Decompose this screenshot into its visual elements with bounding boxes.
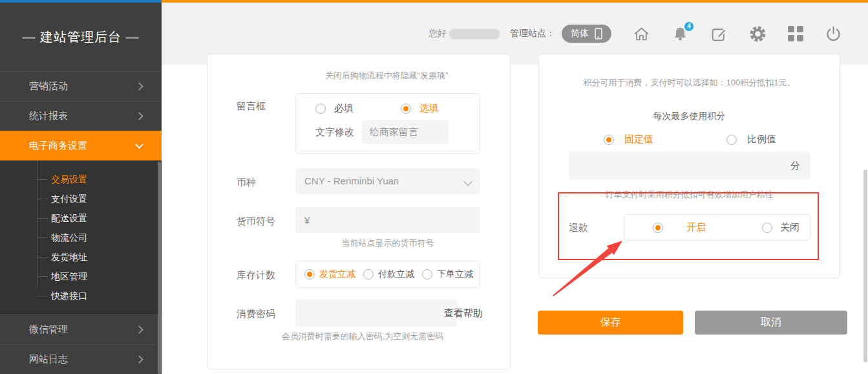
radio-ship-deduct[interactable] xyxy=(304,269,315,280)
ecommerce-submenu: 交易设置 支付设置 配送设置 物流公司 发货地址 地区管理 快递接口 xyxy=(0,160,162,314)
max-points-label: 每次最多使用积分 xyxy=(539,111,840,122)
radio-pay-deduct-label[interactable]: 付款立减 xyxy=(378,269,414,280)
chevron-right-icon xyxy=(135,82,143,91)
refund-group: 开启 关闭 xyxy=(624,214,810,241)
submenu-item-delivery-settings[interactable]: 配送设置 xyxy=(0,208,162,228)
notification-badge: 4 xyxy=(684,21,694,32)
max-points-input[interactable] xyxy=(569,152,810,179)
save-button[interactable]: 保存 xyxy=(538,311,683,335)
points-input-wrap: 分 xyxy=(569,152,810,179)
compose-icon xyxy=(710,25,728,43)
logout-button[interactable] xyxy=(825,25,842,43)
text-edit-label: 文字修改 xyxy=(315,126,354,138)
radio-pay-deduct[interactable] xyxy=(363,269,374,280)
chevron-down-icon xyxy=(463,177,472,186)
trade-settings-panel: 关闭后购物流程中将隐藏“发票项” 留言框 必填 选填 文字修改 币种 CNY -… xyxy=(207,54,511,369)
redacted-username xyxy=(449,29,500,39)
currency-symbol-hint: 当前站点显示的货币符号 xyxy=(295,238,480,248)
home-icon xyxy=(633,25,650,43)
compose-button[interactable] xyxy=(710,25,728,43)
radio-refund-on-label[interactable]: 开启 xyxy=(686,221,706,234)
radio-refund-on[interactable] xyxy=(653,223,663,233)
sidebar-item-wechat[interactable]: 微信管理 xyxy=(0,314,162,344)
submenu-item-shipping-address[interactable]: 发货地址 xyxy=(0,247,162,267)
radio-required-label[interactable]: 必填 xyxy=(334,102,354,115)
greeting-text: 您好 xyxy=(429,28,447,39)
chevron-down-icon xyxy=(135,140,143,149)
refund-label: 退款 xyxy=(569,221,588,234)
submenu-item-region-management[interactable]: 地区管理 xyxy=(0,267,162,286)
manage-site-label: 管理站点： xyxy=(510,28,555,39)
language-label: 简体 xyxy=(571,28,589,39)
currency-symbol-label: 货币符号 xyxy=(237,215,275,228)
apps-button[interactable] xyxy=(788,26,803,41)
settings-button[interactable] xyxy=(749,25,767,43)
radio-ship-deduct-label[interactable]: 发货立减 xyxy=(319,269,355,280)
radio-refund-off-label[interactable]: 关闭 xyxy=(780,221,799,234)
language-mobile-button[interactable]: 简体 xyxy=(562,25,611,43)
consume-password-label: 消费密码 xyxy=(237,307,275,320)
consume-password-hint: 会员消费时需要的输入密码,为空则无需密码 xyxy=(246,331,479,342)
sidebar-item-label: 网站日志 xyxy=(29,353,68,366)
stock-count-group: 发货立减 付款立减 下单立减 xyxy=(295,261,480,288)
sidebar-item-label: 微信管理 xyxy=(29,324,68,336)
message-box-group: 必填 选填 文字修改 xyxy=(295,93,480,154)
chevron-right-icon xyxy=(135,325,143,334)
sidebar-item-ecommerce-settings[interactable]: 电子商务设置 xyxy=(0,131,162,160)
radio-required[interactable] xyxy=(315,104,326,114)
merchant-message-input[interactable] xyxy=(362,120,449,144)
points-usage-hint: 积分可用于消费，支付时可以选择如：100积分抵扣1元。 xyxy=(539,78,840,88)
currency-value: CNY - Renminbi Yuan xyxy=(304,175,399,186)
message-box-label: 留言框 xyxy=(237,100,266,113)
radio-order-deduct[interactable] xyxy=(422,269,432,280)
refund-hint: 订单支付时采用积分抵扣可有效增加用户粘性 xyxy=(539,190,840,200)
home-button[interactable] xyxy=(633,25,650,43)
radio-ratio-label[interactable]: 比例值 xyxy=(747,133,776,146)
currency-symbol-input[interactable] xyxy=(295,207,480,233)
view-help-link[interactable]: 查看帮助 xyxy=(444,307,483,320)
sidebar-item-reports[interactable]: 统计报表 xyxy=(0,101,162,131)
notifications-button[interactable]: 4 xyxy=(672,25,689,43)
sidebar: — 建站管理后台 — 营销活动 统计报表 电子商务设置 交易设置 支付设置 配送… xyxy=(0,3,162,374)
power-icon xyxy=(825,25,842,43)
currency-label: 币种 xyxy=(237,176,256,189)
sidebar-scrollbar[interactable] xyxy=(158,162,161,374)
page-scrollbar[interactable] xyxy=(863,170,867,362)
submenu-item-express-interface[interactable]: 快递接口 xyxy=(0,286,162,305)
mode-ratio-option: 比例值 xyxy=(726,133,776,146)
mode-fixed-option: 固定值 xyxy=(604,133,653,146)
gear-icon xyxy=(749,25,767,43)
radio-optional-label[interactable]: 选填 xyxy=(419,102,439,115)
stock-count-label: 库存计数 xyxy=(237,269,275,281)
sidebar-item-label: 统计报表 xyxy=(29,110,68,122)
mobile-icon xyxy=(595,28,602,39)
sidebar-item-site-logs[interactable]: 网站日志 xyxy=(0,344,162,374)
submenu-item-payment-settings[interactable]: 支付设置 xyxy=(0,189,162,208)
submenu-item-logistics-company[interactable]: 物流公司 xyxy=(0,228,162,247)
cancel-button[interactable]: 取消 xyxy=(695,311,847,335)
radio-optional[interactable] xyxy=(401,104,411,114)
currency-select[interactable]: CNY - Renminbi Yuan xyxy=(295,168,480,194)
chevron-right-icon xyxy=(135,112,143,120)
radio-fixed-label[interactable]: 固定值 xyxy=(624,133,653,146)
chevron-right-icon xyxy=(135,355,143,364)
radio-order-deduct-label[interactable]: 下单立减 xyxy=(437,269,473,280)
sidebar-item-marketing[interactable]: 营销活动 xyxy=(0,71,162,101)
app-logo: — 建站管理后台 — xyxy=(0,3,162,71)
submenu-item-trade-settings[interactable]: 交易设置 xyxy=(0,170,162,189)
invoice-hint: 关闭后购物流程中将隐藏“发票项” xyxy=(266,71,507,81)
radio-ratio-value[interactable] xyxy=(726,135,737,145)
consume-password-input[interactable] xyxy=(295,300,457,327)
radio-refund-off[interactable] xyxy=(762,223,772,233)
points-unit-suffix: 分 xyxy=(790,152,800,179)
sidebar-item-label: 电子商务设置 xyxy=(29,140,87,152)
sidebar-item-label: 营销活动 xyxy=(29,80,68,93)
radio-fixed-value[interactable] xyxy=(604,135,614,145)
points-settings-panel: 积分可用于消费，支付时可以选择如：100积分抵扣1元。 每次最多使用积分 固定值… xyxy=(538,54,840,278)
grid-icon xyxy=(788,26,803,41)
